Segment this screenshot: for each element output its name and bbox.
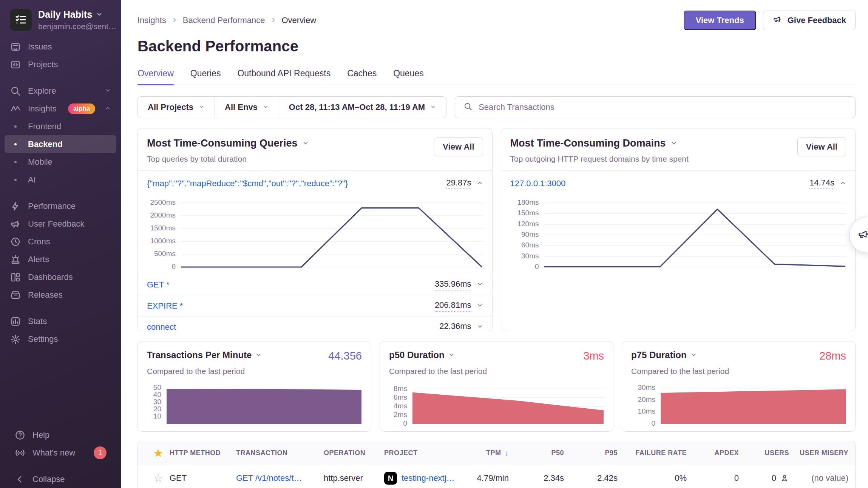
- chevron-down-icon[interactable]: [255, 350, 262, 360]
- bullet-icon: [10, 161, 21, 163]
- tab-queries[interactable]: Queries: [190, 68, 221, 85]
- domains-panel-subtitle: Top outgoing HTTP request domains by tim…: [510, 154, 689, 164]
- metric-subtitle: Compared to the last period: [389, 367, 604, 376]
- query-link[interactable]: GET *: [147, 280, 170, 290]
- sidebar-item-projects[interactable]: Projects: [5, 56, 116, 73]
- domain-total-time[interactable]: 14.74s: [809, 178, 834, 189]
- y-axis-tick: 0: [504, 263, 539, 271]
- query-link[interactable]: EXPIRE *: [147, 301, 183, 311]
- main-content: Insights Backend Performance Overview Vi…: [121, 0, 868, 488]
- query-row: connect 22.36ms: [138, 316, 492, 331]
- query-total-time[interactable]: 206.81ms: [435, 300, 471, 312]
- y-axis-tick: 90ms: [504, 230, 539, 239]
- queries-panel-title: Most Time-Consuming Queries: [147, 137, 298, 149]
- search-transactions-input[interactable]: Search Transactions: [455, 96, 856, 118]
- query-link[interactable]: connect: [147, 322, 176, 332]
- view-trends-button[interactable]: View Trends: [684, 11, 756, 30]
- tab-queues[interactable]: Queues: [393, 68, 424, 85]
- sidebar-item-mobile[interactable]: Mobile: [5, 153, 116, 171]
- dashboards-icon: [10, 272, 21, 283]
- cell-operation: http.server: [324, 473, 384, 483]
- column-header-apdex[interactable]: APDEX: [714, 449, 739, 457]
- y-axis-tick: 6ms: [388, 393, 407, 402]
- chevron-down-icon: [198, 102, 205, 112]
- query-total-time[interactable]: 29.87s: [446, 178, 471, 189]
- sidebar-item-crons[interactable]: Crons: [5, 233, 116, 250]
- query-row: EXPIRE * 206.81ms: [138, 295, 492, 316]
- give-feedback-button[interactable]: Give Feedback: [763, 11, 856, 30]
- cell-p50: 2.34s: [544, 473, 564, 483]
- tab-outbound-api-requests[interactable]: Outbound API Requests: [237, 68, 331, 85]
- sidebar-item-issues[interactable]: Issues: [5, 38, 116, 56]
- queries-view-all-button[interactable]: View All: [434, 137, 483, 156]
- breadcrumb-backend-performance[interactable]: Backend Performance: [183, 15, 265, 25]
- sidebar-item-releases[interactable]: Releases: [5, 286, 116, 304]
- column-header-tpm[interactable]: TPM ↓: [486, 449, 509, 457]
- query-total-time[interactable]: 335.96ms: [435, 279, 471, 290]
- cell-user-misery: (no value): [811, 473, 855, 483]
- cell-http-method: GET: [170, 473, 236, 483]
- y-axis-tick: 180ms: [504, 198, 539, 207]
- sidebar-item-settings[interactable]: Settings: [5, 330, 116, 348]
- chevron-down-icon[interactable]: [670, 137, 677, 149]
- sidebar-item-alerts[interactable]: Alerts: [5, 250, 116, 268]
- breadcrumb-insights[interactable]: Insights: [137, 15, 166, 25]
- column-header-http-method[interactable]: HTTP METHOD: [170, 449, 236, 457]
- queries-panel-subtitle: Top queries by total duration: [147, 154, 309, 164]
- bullet-icon: [10, 125, 21, 128]
- chevron-down-icon[interactable]: [477, 301, 483, 311]
- sidebar-item-performance[interactable]: Performance: [5, 197, 116, 215]
- sidebar-item-backend[interactable]: Backend: [5, 135, 116, 153]
- sidebar: Daily Habits benjamin.coe@sent… IssuesPr…: [0, 0, 121, 488]
- chevron-up-icon[interactable]: [477, 179, 483, 188]
- column-header-user-misery[interactable]: USER MISERY: [800, 449, 855, 457]
- column-header-users[interactable]: USERS: [765, 449, 789, 457]
- y-axis-tick: 8ms: [388, 385, 407, 393]
- sidebar-item-ai[interactable]: AI: [5, 171, 116, 188]
- tab-caches[interactable]: Caches: [347, 68, 377, 85]
- cell-transaction-link[interactable]: GET /v1/notes/t…: [236, 473, 324, 483]
- chevron-down-icon[interactable]: [477, 280, 483, 290]
- environment-filter[interactable]: All Envs: [215, 97, 279, 118]
- column-header-transaction[interactable]: TRANSACTION: [236, 449, 324, 457]
- chevron-down-icon[interactable]: [302, 137, 309, 149]
- column-header-p95[interactable]: P95: [605, 449, 618, 457]
- column-header-operation[interactable]: OPERATION: [324, 449, 384, 457]
- date-range-filter[interactable]: Oct 28, 11:13 AM–Oct 28, 11:19 AM: [279, 97, 446, 118]
- tab-overview[interactable]: Overview: [137, 68, 174, 85]
- chevron-right-icon: [171, 15, 178, 25]
- star-filled-icon[interactable]: ★: [154, 447, 163, 459]
- sidebar-item-help[interactable]: Help: [9, 426, 112, 444]
- query-total-time[interactable]: 22.36ms: [439, 321, 471, 332]
- sidebar-item-insights[interactable]: Insightsalpha: [5, 100, 116, 117]
- y-axis-tick: 2500ms: [140, 198, 176, 207]
- sidebar-item-what-s-new[interactable]: What's new1: [9, 444, 112, 462]
- column-header-project[interactable]: PROJECT: [384, 449, 479, 457]
- y-axis-tick: 1500ms: [140, 224, 176, 232]
- cell-users: 0: [772, 473, 789, 483]
- domains-view-all-button[interactable]: View All: [797, 137, 846, 156]
- y-axis-tick: 1000ms: [140, 237, 176, 245]
- sidebar-item-frontend[interactable]: Frontend: [5, 117, 116, 135]
- star-outline-icon[interactable]: ☆: [154, 472, 163, 484]
- table-row: ☆ GET GET /v1/notes/t… http.server N tes…: [138, 465, 855, 488]
- domain-link[interactable]: 127.0.0.1:3000: [510, 179, 566, 188]
- project-link[interactable]: testing-nextj…: [402, 473, 455, 483]
- sidebar-item-user-feedback[interactable]: User Feedback: [5, 215, 116, 233]
- sidebar-item-dashboards[interactable]: Dashboards: [5, 268, 116, 286]
- sidebar-item-stats[interactable]: Stats: [5, 312, 116, 330]
- chevron-down-icon[interactable]: [448, 350, 455, 360]
- chevron-down-icon[interactable]: [477, 322, 483, 332]
- sidebar-item-explore[interactable]: Explore: [5, 82, 116, 100]
- project-filter[interactable]: All Projects: [138, 97, 215, 118]
- column-header-p50[interactable]: P50: [551, 449, 564, 457]
- chevron-down-icon[interactable]: [690, 350, 697, 360]
- org-switcher[interactable]: Daily Habits benjamin.coe@sent…: [0, 9, 121, 31]
- sidebar-item-collapse[interactable]: Collapse: [9, 470, 112, 488]
- chevron-up-icon[interactable]: [840, 179, 846, 188]
- query-link[interactable]: {"map":"?","mapReduce":"$cmd","out":"?",…: [147, 179, 348, 188]
- chevron-down-icon: [263, 102, 269, 112]
- y-axis-tick: 10ms: [630, 407, 655, 415]
- y-axis-tick: 4ms: [388, 402, 407, 410]
- column-header-failure-rate[interactable]: FAILURE RATE: [635, 449, 687, 457]
